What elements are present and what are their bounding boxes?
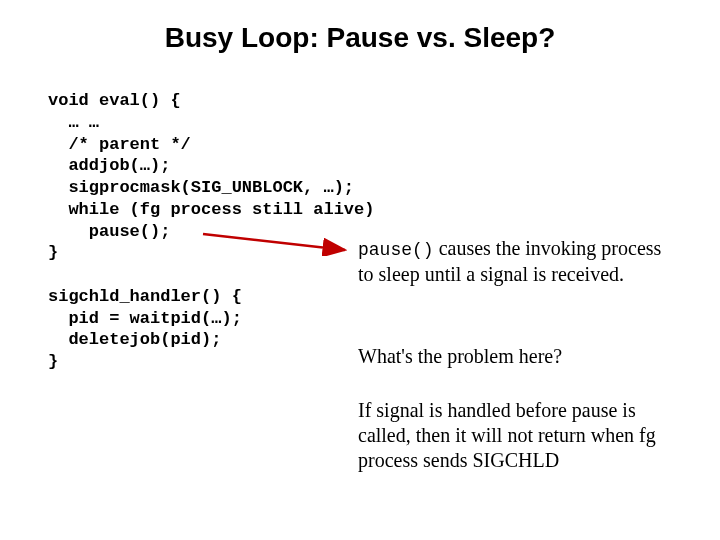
code-line: /* parent */ — [48, 135, 191, 154]
code-line: } — [48, 243, 58, 262]
pause-fn-name: pause() — [358, 240, 434, 260]
annotation-question: What's the problem here? — [358, 344, 678, 369]
annotation-pause: pause() causes the invoking process to s… — [358, 236, 678, 287]
slide: Busy Loop: Pause vs. Sleep? void eval() … — [0, 0, 720, 540]
code-block: void eval() { … … /* parent */ addjob(…)… — [48, 90, 374, 373]
code-line: pause(); — [48, 222, 170, 241]
code-line: … … — [48, 113, 99, 132]
code-line: addjob(…); — [48, 156, 170, 175]
code-line: pid = waitpid(…); — [48, 309, 242, 328]
code-line: void eval() { — [48, 91, 181, 110]
code-line: sigprocmask(SIG_UNBLOCK, …); — [48, 178, 354, 197]
slide-title: Busy Loop: Pause vs. Sleep? — [0, 22, 720, 54]
code-line: while (fg process still alive) — [48, 200, 374, 219]
code-line: sigchld_handler() { — [48, 287, 242, 306]
code-line: deletejob(pid); — [48, 330, 221, 349]
annotation-problem: If signal is handled before pause is cal… — [358, 398, 688, 473]
code-line: } — [48, 352, 58, 371]
